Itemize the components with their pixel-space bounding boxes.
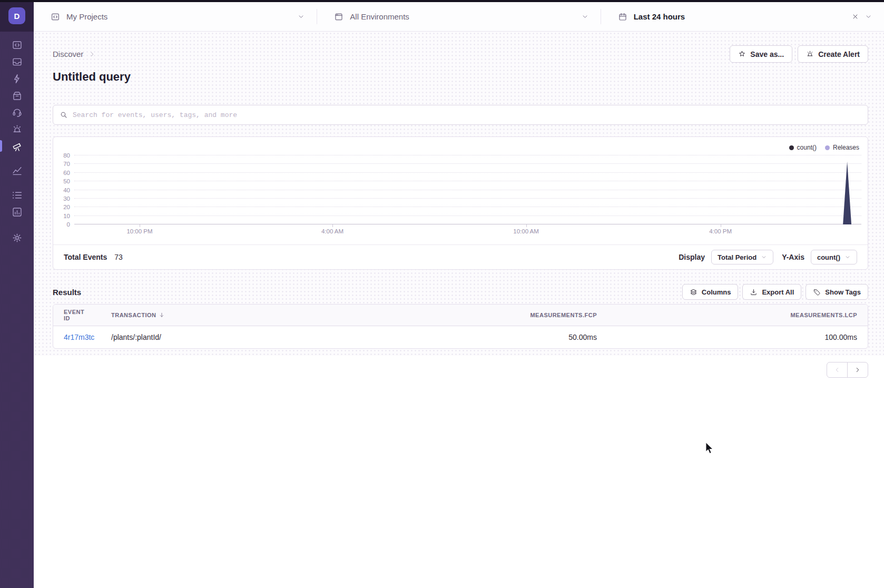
sidebar-nav bbox=[0, 32, 34, 246]
column-header-label: MEASUREMENTS.FCP bbox=[530, 312, 597, 318]
sort-arrow-down-icon bbox=[159, 312, 165, 318]
legend-label: count() bbox=[797, 144, 817, 151]
sidebar-item-discover[interactable] bbox=[0, 138, 34, 154]
clear-date-filter-icon[interactable] bbox=[851, 13, 859, 21]
column-header-transaction[interactable]: TRANSACTION bbox=[101, 305, 365, 326]
y-tick-label: 40 bbox=[63, 187, 70, 193]
cell-fcp: 50.00ms bbox=[365, 326, 607, 348]
column-header-lcp[interactable]: MEASUREMENTS.LCP bbox=[607, 305, 868, 326]
count-series-spike bbox=[843, 161, 851, 224]
window-icon bbox=[334, 12, 343, 22]
environment-filter-dropdown[interactable]: All Environments bbox=[317, 2, 600, 31]
calendar-icon bbox=[618, 12, 627, 22]
x-tick-label: 10:00 PM bbox=[126, 228, 152, 234]
previous-page-button[interactable] bbox=[827, 362, 848, 378]
export-all-button[interactable]: Export All bbox=[742, 284, 801, 300]
x-tick-label: 10:00 AM bbox=[513, 228, 539, 234]
chevron-down-icon[interactable] bbox=[581, 13, 589, 21]
sidebar-item-activity[interactable] bbox=[0, 187, 34, 203]
sidebar-item-settings[interactable] bbox=[0, 229, 34, 246]
pagination bbox=[53, 362, 868, 378]
show-tags-label: Show Tags bbox=[825, 288, 861, 296]
y-axis-dropdown[interactable]: count() bbox=[811, 250, 857, 264]
chart-legend: count()Releases bbox=[789, 144, 859, 151]
gridline bbox=[74, 172, 861, 173]
legend-dot bbox=[789, 145, 794, 150]
star-icon bbox=[738, 50, 746, 58]
project-filter-label: My Projects bbox=[66, 12, 107, 21]
y-axis-labels: 01020304050607080 bbox=[55, 155, 70, 224]
event-id-link[interactable]: 4r17m3tc bbox=[64, 333, 94, 341]
projects-icon bbox=[51, 12, 60, 22]
x-tick-label: 4:00 PM bbox=[709, 228, 732, 234]
sidebar-item-alerts[interactable] bbox=[0, 121, 34, 138]
project-filter-dropdown[interactable]: My Projects bbox=[34, 2, 317, 31]
y-tick-label: 60 bbox=[63, 170, 70, 176]
cell-event_id[interactable]: 4r17m3tc bbox=[53, 326, 101, 348]
create-alert-button[interactable]: Create Alert bbox=[798, 45, 868, 63]
sidebar-item-releases[interactable] bbox=[0, 87, 34, 104]
sidebar-item-user-feedback[interactable] bbox=[0, 104, 34, 121]
stack-icon bbox=[690, 288, 698, 296]
search-input[interactable] bbox=[73, 111, 861, 119]
main-content: Discover Save as... Create Alert Untitle… bbox=[34, 32, 884, 588]
save-as-button[interactable]: Save as... bbox=[730, 45, 792, 63]
columns-button[interactable]: Columns bbox=[682, 284, 739, 300]
create-alert-label: Create Alert bbox=[818, 50, 860, 58]
org-avatar[interactable]: D bbox=[8, 7, 25, 24]
chart-plot: 10:00 PM4:00 AM10:00 AM4:00 PM bbox=[74, 155, 861, 224]
legend-item-count[interactable]: count() bbox=[789, 144, 817, 151]
sidebar-item-issues[interactable] bbox=[0, 53, 34, 70]
breadcrumb: Discover bbox=[53, 50, 96, 58]
chevron-down-icon bbox=[844, 254, 851, 260]
column-header-event_id[interactable]: EVENT ID bbox=[53, 305, 101, 326]
sidebar-item-dashboards[interactable] bbox=[0, 162, 34, 179]
chevron-right-icon bbox=[89, 51, 96, 58]
legend-label: Releases bbox=[833, 144, 859, 151]
chevron-down-icon[interactable] bbox=[865, 13, 872, 21]
search-icon bbox=[60, 111, 68, 119]
gridline bbox=[74, 155, 861, 155]
cell-lcp: 100.00ms bbox=[607, 326, 868, 348]
table-row: 4r17m3tc/plants/:plantId/50.00ms100.00ms bbox=[53, 326, 868, 348]
results-heading: Results bbox=[53, 288, 81, 297]
sidebar-item-performance[interactable] bbox=[0, 70, 34, 87]
support-icon bbox=[12, 107, 23, 118]
y-tick-label: 20 bbox=[63, 204, 70, 210]
legend-item-releases[interactable]: Releases bbox=[825, 144, 859, 151]
column-header-label: TRANSACTION bbox=[111, 312, 156, 318]
chart-footer: Total Events 73 Display Total Period Y-A… bbox=[53, 244, 868, 269]
table-header-row: EVENT IDTRANSACTIONMEASUREMENTS.FCPMEASU… bbox=[53, 305, 868, 326]
sidebar-item-projects[interactable] bbox=[0, 36, 34, 53]
siren-icon bbox=[806, 50, 814, 58]
y-tick-label: 70 bbox=[63, 161, 70, 167]
lightning-icon bbox=[12, 73, 23, 84]
display-dropdown[interactable]: Total Period bbox=[711, 250, 773, 264]
show-tags-button[interactable]: Show Tags bbox=[806, 284, 868, 300]
page-title: Untitled query bbox=[34, 63, 884, 85]
results-table: EVENT IDTRANSACTIONMEASUREMENTS.FCPMEASU… bbox=[53, 304, 868, 349]
breadcrumb-discover-link[interactable]: Discover bbox=[53, 50, 83, 58]
y-tick-label: 50 bbox=[63, 178, 70, 184]
search-bar[interactable] bbox=[53, 105, 868, 125]
y-tick-label: 80 bbox=[63, 152, 70, 159]
sidebar-item-stats[interactable] bbox=[0, 203, 34, 220]
column-header-label: EVENT ID bbox=[64, 309, 90, 321]
x-tick-mark bbox=[721, 224, 721, 227]
gridline bbox=[74, 215, 861, 216]
columns-label: Columns bbox=[702, 288, 731, 296]
bar-chart-icon bbox=[12, 207, 23, 218]
chevron-down-icon[interactable] bbox=[297, 13, 305, 21]
date-range-filter-dropdown[interactable]: Last 24 hours bbox=[601, 2, 884, 31]
x-tick-mark bbox=[140, 224, 140, 227]
total-events-label: Total Events bbox=[64, 253, 107, 261]
display-value: Total Period bbox=[718, 253, 757, 261]
gridline bbox=[74, 190, 861, 190]
date-range-label: Last 24 hours bbox=[634, 12, 685, 21]
column-header-fcp[interactable]: MEASUREMENTS.FCP bbox=[365, 305, 607, 326]
save-as-label: Save as... bbox=[750, 50, 784, 58]
org-avatar-container[interactable]: D bbox=[0, 0, 34, 32]
chevron-left-icon bbox=[833, 366, 841, 374]
gridline bbox=[74, 207, 861, 207]
next-page-button[interactable] bbox=[847, 362, 868, 378]
